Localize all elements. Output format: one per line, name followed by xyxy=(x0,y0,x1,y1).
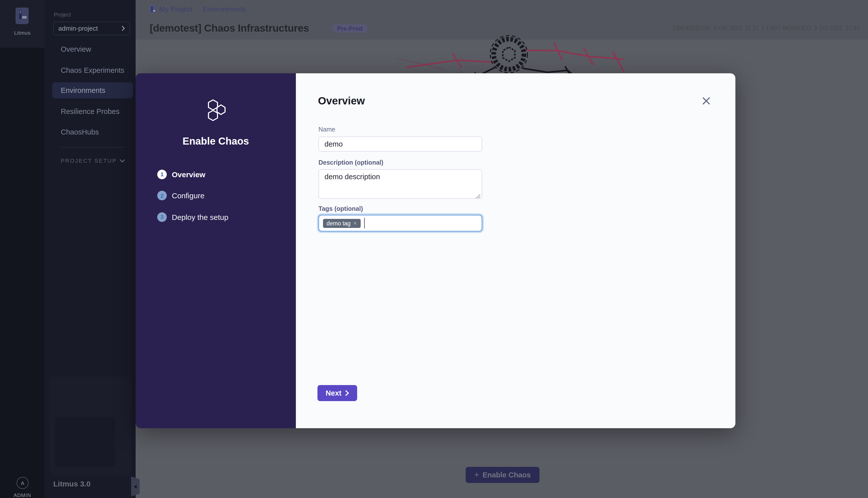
sidebar-item-overview[interactable]: Overview xyxy=(52,41,133,57)
sidebar-rail: Litmus A ADMIN xyxy=(0,0,45,498)
tags-input[interactable]: demo tag ✕ xyxy=(319,215,482,232)
page-title: [demotest] Chaos Infrastructures xyxy=(150,22,309,34)
step-number: 2 xyxy=(157,191,167,200)
sidebar-item-chaos-experiments[interactable]: Chaos Experiments xyxy=(52,62,133,78)
wizard-step-overview[interactable]: 1 Overview xyxy=(157,169,205,179)
sidebar-promo-card xyxy=(50,377,131,475)
step-number: 3 xyxy=(157,212,167,222)
triangle-left-icon xyxy=(134,484,137,489)
app-version: Litmus 3.0 xyxy=(53,480,90,488)
remove-tag-icon[interactable]: ✕ xyxy=(353,221,357,226)
breadcrumb-item-environments[interactable]: Environments xyxy=(203,5,246,13)
breadcrumb-separator: › xyxy=(196,5,199,13)
resize-handle-icon[interactable] xyxy=(476,194,481,199)
logo-tile[interactable]: Litmus xyxy=(0,0,45,48)
wizard-step-deploy[interactable]: 3 Deploy the setup xyxy=(157,212,228,222)
chevron-right-icon xyxy=(121,26,125,31)
overview-form-panel: Overview Name Description (optional) dem… xyxy=(296,73,735,428)
name-input[interactable] xyxy=(319,136,482,152)
breadcrumb: My Project › Environments › xyxy=(159,5,252,13)
close-icon[interactable] xyxy=(702,96,711,105)
breadcrumb-logo-icon xyxy=(150,5,156,13)
chaos-network-graphic xyxy=(397,28,633,78)
created-on: CREATED ON: 9 Oct 2023, 11:37 xyxy=(673,25,759,31)
project-setup-section[interactable]: PROJECT SETUP xyxy=(61,158,125,163)
litmus-logo-text: Litmus xyxy=(0,30,45,36)
app-window: Litmus A ADMIN Project admin-project Ove… xyxy=(0,0,868,498)
tag-chip: demo tag ✕ xyxy=(323,219,360,228)
chevron-right-icon xyxy=(345,390,349,396)
text-cursor xyxy=(364,218,365,228)
user-role-label: ADMIN xyxy=(0,493,45,498)
wizard-title: Enable Chaos xyxy=(135,135,296,147)
sidebar-item-resilience-probes[interactable]: Resilience Probes xyxy=(52,103,133,119)
timestamps: CREATED ON: 9 Oct 2023, 11:37 | LAST MOD… xyxy=(673,25,859,31)
enable-chaos-button-background[interactable]: + Enable Chaos xyxy=(466,467,540,483)
sidebar-item-environments[interactable]: Environments xyxy=(52,82,133,99)
sidebar-panel: Project admin-project Overview Chaos Exp… xyxy=(45,0,135,498)
last-modified: LAST MODIFIED: 9 Oct 2023, 11:37 xyxy=(766,25,859,31)
meta-divider: | xyxy=(762,25,764,31)
litmus-logo-icon xyxy=(16,8,29,25)
chevron-down-icon xyxy=(119,159,125,162)
description-label: Description (optional) xyxy=(319,159,383,166)
name-label: Name xyxy=(319,126,335,133)
step-number: 1 xyxy=(157,169,167,179)
wizard-panel: Enable Chaos 1 Overview 2 Configure 3 De… xyxy=(135,73,296,428)
next-button[interactable]: Next xyxy=(318,385,357,401)
plus-icon: + xyxy=(475,471,479,479)
environment-type-badge: Pre-Prod xyxy=(332,24,367,32)
project-name: admin-project xyxy=(58,25,121,32)
wizard-step-configure[interactable]: 2 Configure xyxy=(157,191,205,200)
sidebar-collapse-toggle[interactable] xyxy=(131,476,140,497)
project-setup-label: PROJECT SETUP xyxy=(61,158,117,163)
breadcrumb-separator: › xyxy=(250,5,252,13)
avatar[interactable]: A xyxy=(16,477,29,489)
project-label: Project xyxy=(54,12,71,17)
form-title: Overview xyxy=(318,95,365,107)
sidebar-divider xyxy=(60,147,125,148)
description-input[interactable]: demo description xyxy=(319,169,482,199)
tags-label: Tags (optional) xyxy=(319,205,363,212)
enable-chaos-modal: Enable Chaos 1 Overview 2 Configure 3 De… xyxy=(135,73,735,428)
project-selector[interactable]: admin-project xyxy=(53,22,130,35)
breadcrumb-item-my-project[interactable]: My Project xyxy=(159,5,192,13)
sidebar-item-chaoshubs[interactable]: ChaosHubs xyxy=(52,124,133,140)
hexagons-icon xyxy=(205,99,228,121)
sidebar-promo-image xyxy=(55,417,115,467)
